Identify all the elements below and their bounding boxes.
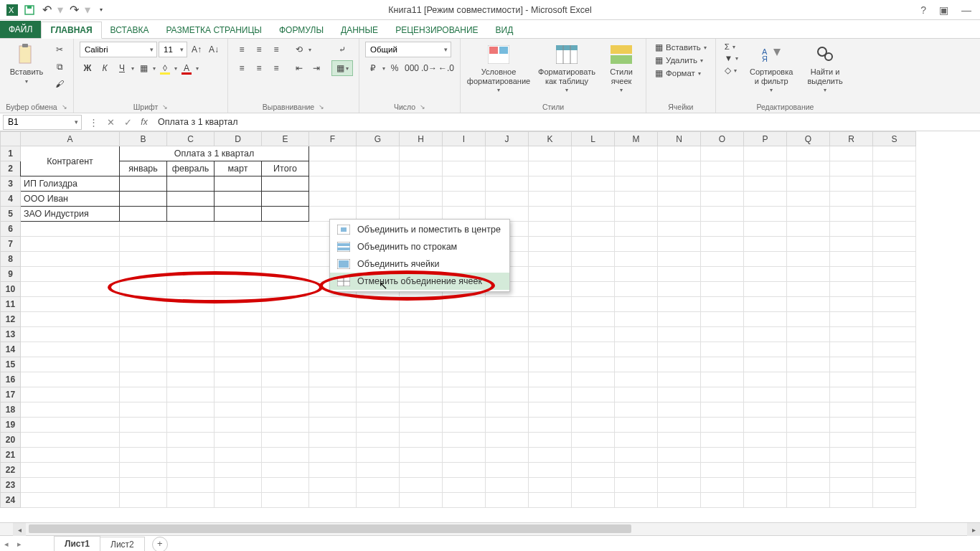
cell-D5[interactable] (215, 207, 262, 222)
row-header-14[interactable]: 14 (1, 342, 21, 357)
cell-J18[interactable] (486, 402, 529, 418)
cell-E4[interactable] (262, 192, 309, 207)
cell-K6[interactable] (529, 222, 572, 237)
cell-F12[interactable] (309, 312, 357, 327)
cell-M11[interactable] (615, 297, 658, 312)
cell-O6[interactable] (701, 222, 744, 237)
cell-E20[interactable] (262, 433, 309, 448)
cell-Q12[interactable] (787, 312, 830, 327)
cell-K10[interactable] (529, 282, 572, 297)
cell-R11[interactable] (830, 297, 873, 312)
cell-I2[interactable] (443, 161, 486, 176)
cell-L9[interactable] (572, 267, 615, 282)
cell-A17[interactable] (21, 387, 120, 402)
cell-D12[interactable] (215, 312, 262, 327)
col-header-E[interactable]: E (262, 132, 309, 146)
cell-S16[interactable] (873, 372, 916, 387)
cell-G2[interactable] (357, 161, 400, 176)
cell-O14[interactable] (701, 342, 744, 357)
cell-G17[interactable] (357, 387, 400, 402)
cell-G22[interactable] (357, 463, 400, 478)
cell-C13[interactable] (167, 327, 215, 342)
cell-E22[interactable] (262, 463, 309, 478)
cell-I22[interactable] (443, 463, 486, 478)
cell-B10[interactable] (120, 282, 167, 297)
cell-E8[interactable] (262, 252, 309, 267)
percent-format-icon[interactable]: % (387, 60, 402, 76)
cell-C7[interactable] (167, 237, 215, 252)
cell-L20[interactable] (572, 433, 615, 448)
cell-G16[interactable] (357, 372, 400, 387)
cell-A22[interactable] (21, 463, 120, 478)
col-header-S[interactable]: S (873, 132, 916, 146)
clear-button[interactable]: ◇▾ (722, 65, 741, 76)
cell-I19[interactable] (443, 418, 486, 433)
cell-P10[interactable] (744, 282, 787, 297)
cell-O16[interactable] (701, 372, 744, 387)
cell-R4[interactable] (830, 192, 873, 207)
cell-R2[interactable] (830, 161, 873, 176)
cell-B8[interactable] (120, 252, 167, 267)
cell-Q19[interactable] (787, 418, 830, 433)
cell-J2[interactable] (486, 161, 529, 176)
cell-Q14[interactable] (787, 342, 830, 357)
cell-R17[interactable] (830, 387, 873, 402)
cell-S22[interactable] (873, 463, 916, 478)
worksheet-grid[interactable]: ABCDEFGHIJKLMNOPQRS1КонтрагентОплата з 1… (0, 131, 980, 522)
cell-A1[interactable]: Контрагент (21, 146, 120, 176)
cell-A15[interactable] (21, 357, 120, 372)
cell-R1[interactable] (830, 146, 873, 161)
tab-home[interactable]: ГЛАВНАЯ (41, 22, 101, 39)
cell-J22[interactable] (486, 463, 529, 478)
cell-B24[interactable] (120, 493, 167, 508)
cell-R24[interactable] (830, 493, 873, 508)
cell-E9[interactable] (262, 267, 309, 282)
cell-E16[interactable] (262, 372, 309, 387)
cell-G1[interactable] (357, 146, 400, 161)
copy-icon[interactable]: ⧉ (52, 59, 67, 75)
fx-icon[interactable]: fx (136, 117, 152, 127)
cell-K3[interactable] (529, 176, 572, 192)
cell-C19[interactable] (167, 418, 215, 433)
cell-Q2[interactable] (787, 161, 830, 176)
cell-I20[interactable] (443, 433, 486, 448)
minimize-icon[interactable]: — (961, 4, 971, 16)
cell-L23[interactable] (572, 478, 615, 493)
cell-S9[interactable] (873, 267, 916, 282)
paste-button[interactable]: Вставить ▾ (6, 42, 47, 86)
cell-K1[interactable] (529, 146, 572, 161)
cell-R5[interactable] (830, 207, 873, 222)
font-color-icon[interactable]: A (179, 60, 194, 76)
cell-M3[interactable] (615, 176, 658, 192)
cell-K14[interactable] (529, 342, 572, 357)
bold-button[interactable]: Ж (80, 60, 95, 76)
cell-H12[interactable] (400, 312, 443, 327)
cell-B9[interactable] (120, 267, 167, 282)
cell-F2[interactable] (309, 161, 357, 176)
cell-J3[interactable] (486, 176, 529, 192)
cell-N15[interactable] (658, 357, 701, 372)
cancel-formula-icon[interactable]: ✕ (102, 114, 119, 130)
cell-B13[interactable] (120, 327, 167, 342)
cell-A21[interactable] (21, 448, 120, 463)
cell-C21[interactable] (167, 448, 215, 463)
unmerge-cells-item[interactable]: Отменить объединение ячеек (330, 273, 509, 290)
cell-J4[interactable] (486, 192, 529, 207)
row-header-1[interactable]: 1 (1, 146, 21, 161)
cell-Q8[interactable] (787, 252, 830, 267)
cell-C3[interactable] (167, 176, 215, 192)
cell-R8[interactable] (830, 252, 873, 267)
cell-H1[interactable] (400, 146, 443, 161)
cell-A16[interactable] (21, 372, 120, 387)
cell-C8[interactable] (167, 252, 215, 267)
cell-Q9[interactable] (787, 267, 830, 282)
cell-L16[interactable] (572, 372, 615, 387)
cell-F22[interactable] (309, 463, 357, 478)
cell-S13[interactable] (873, 327, 916, 342)
cell-H19[interactable] (400, 418, 443, 433)
row-header-10[interactable]: 10 (1, 282, 21, 297)
row-header-12[interactable]: 12 (1, 312, 21, 327)
cell-C20[interactable] (167, 433, 215, 448)
align-center-icon[interactable]: ≡ (251, 60, 267, 76)
cell-L21[interactable] (572, 448, 615, 463)
